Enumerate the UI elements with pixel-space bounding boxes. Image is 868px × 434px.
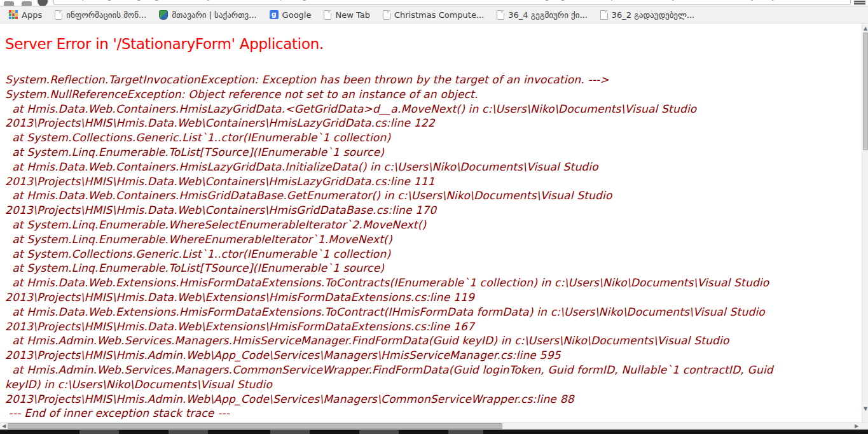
- page-icon: [324, 10, 331, 20]
- stack-trace-line: at System.Linq.Enumerable.WhereSelectEnu…: [5, 218, 862, 232]
- taskbar-button[interactable]: [169, 430, 208, 434]
- stack-trace-line: 2013\Projects\HMIS\Hmis.Admin.Web\App_Co…: [5, 392, 862, 407]
- bookmark-36-2[interactable]: 36_2 გადაუდებელ...: [595, 8, 699, 22]
- stack-trace-line: --- End of inner exception stack trace -…: [5, 406, 862, 421]
- page-icon: [497, 10, 504, 20]
- stack-trace-line: at Hmis.Admin.Web.Services.Managers.Comm…: [5, 363, 862, 377]
- reload-button[interactable]: [38, 0, 48, 6]
- stack-trace-line: at Hmis.Data.Web.Extensions.HmisFormData…: [5, 276, 862, 290]
- shield-favicon-icon: [159, 10, 168, 20]
- stack-trace-line: at Hmis.Data.Web.Containers.HmisGridData…: [5, 188, 862, 203]
- bookmark-google[interactable]: Google: [265, 8, 317, 22]
- bookmark-new-tab[interactable]: New Tab: [319, 8, 375, 22]
- stack-trace-line: at System.Collections.Generic.List`1..ct…: [5, 247, 862, 262]
- stack-trace-line: at System.Linq.Enumerable.WhereEnumerabl…: [5, 232, 862, 247]
- stack-trace-line: keyID) in c:\Users\Niko\Documents\Visual…: [5, 377, 862, 392]
- url-bar[interactable]: reporting.moh.gov.ge/StationaryForm/Defa…: [53, 0, 851, 5]
- browser-window: reporting.moh.gov.ge/StationaryForm/Defa…: [0, 0, 868, 434]
- page-icon: [600, 10, 608, 20]
- google-favicon-icon: [270, 10, 279, 19]
- scroll-down-arrow-icon[interactable]: ▼: [862, 405, 868, 413]
- taskbar-button[interactable]: [359, 430, 399, 434]
- stack-trace-line: at System.Linq.Enumerable.ToList[TSource…: [5, 145, 862, 160]
- page-title: Server Error in '/StationaryForm' Applic…: [5, 34, 862, 53]
- vertical-scrollbar[interactable]: ▲ ▼: [862, 24, 868, 422]
- stack-trace-line: at Hmis.Data.Web.Containers.HmisLazyGrid…: [5, 102, 862, 116]
- stack-trace-line: 2013\Projects\HMIS\Hmis.Data.Web\Extensi…: [5, 319, 862, 334]
- menu-icon[interactable]: [854, 1, 865, 5]
- stack-trace-line: System.Reflection.TargetInvocationExcept…: [5, 73, 862, 87]
- taskbar-button[interactable]: [448, 430, 483, 434]
- bookmark-label: Christmas Compute...: [394, 10, 484, 20]
- bookmark-label: ინფორმაციის მოწ...: [66, 10, 146, 20]
- vertical-scroll-thumb[interactable]: [863, 32, 868, 150]
- stack-trace-line: at Hmis.Data.Web.Containers.HmisLazyGrid…: [5, 160, 862, 174]
- bookmark-apps[interactable]: Apps: [4, 8, 47, 22]
- bookmark-christmas[interactable]: Christmas Compute...: [378, 8, 489, 22]
- bookmark-information[interactable]: ინფორმაციის მოწ...: [50, 8, 151, 22]
- forward-button[interactable]: [22, 1, 32, 6]
- stack-trace-line: 2013\Projects\HMIS\Hmis.Admin.Web\App_Co…: [5, 348, 862, 363]
- bookmark-label: Apps: [22, 10, 42, 20]
- horizontal-scrollbar[interactable]: ◀ ▶: [0, 422, 868, 430]
- bookmark-label: 36_2 გადაუდებელ...: [612, 10, 694, 20]
- horizontal-scroll-thumb[interactable]: [8, 423, 502, 429]
- bookmark-star-icon[interactable]: ☆: [836, 0, 844, 1]
- bookmark-label: Google: [282, 10, 312, 20]
- scroll-up-arrow-icon[interactable]: ▲: [862, 25, 868, 32]
- apps-grid-icon: [9, 10, 18, 19]
- taskbar-button[interactable]: [270, 430, 310, 434]
- stack-trace-line: System.NullReferenceException: Object re…: [5, 87, 862, 102]
- url-text[interactable]: reporting.moh.gov.ge/StationaryForm/Defa…: [73, 0, 776, 1]
- bookmark-36-4[interactable]: 36_4 გეგმიური ქი...: [492, 8, 592, 22]
- bookmark-label: მთავარი | საქართვ...: [172, 10, 256, 20]
- browser-toolbar-partial: reporting.moh.gov.ge/StationaryForm/Defa…: [0, 0, 868, 6]
- taskbar-button[interactable]: [79, 430, 119, 434]
- page-icon: [55, 10, 62, 20]
- bookmark-mtavari[interactable]: მთავარი | საქართვ...: [154, 8, 261, 22]
- bookmarks-bar: Apps ინფორმაციის მოწ... მთავარი | საქართ…: [0, 6, 868, 24]
- bookmark-label: New Tab: [335, 10, 370, 20]
- bookmark-label: 36_4 გეგმიური ქი...: [508, 10, 587, 20]
- taskbar-partial: [0, 430, 868, 434]
- back-button[interactable]: [4, 1, 14, 6]
- error-page: Server Error in '/StationaryForm' Applic…: [0, 24, 862, 422]
- stack-trace-line: 2013\Projects\HMIS\Hmis.Data.Web\Contain…: [5, 174, 862, 189]
- stack-trace-line: 2013\Projects\HMIS\Hmis.Data.Web\Contain…: [5, 203, 862, 218]
- page-icon: [383, 10, 390, 20]
- stack-trace-line: at Hmis.Data.Web.Extensions.HmisFormData…: [5, 305, 862, 319]
- stack-trace-line: at System.Linq.Enumerable.ToList[TSource…: [5, 261, 862, 276]
- stack-trace-line: at Hmis.Admin.Web.Services.Managers.Hmis…: [5, 333, 862, 348]
- stack-trace-line: at System.Collections.Generic.List`1..ct…: [5, 130, 862, 145]
- stack-trace: System.Reflection.TargetInvocationExcept…: [0, 73, 862, 421]
- stack-trace-line: 2013\Projects\HMIS\Hmis.Data.Web\Extensi…: [5, 290, 862, 305]
- stack-trace-line: 2013\Projects\HMIS\Hmis.Data.Web\Contain…: [5, 116, 862, 130]
